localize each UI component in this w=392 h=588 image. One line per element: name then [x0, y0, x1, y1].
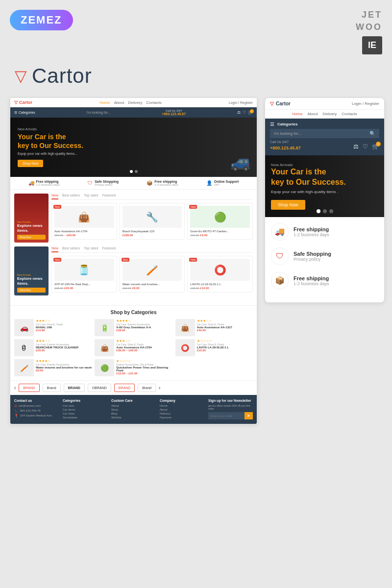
brand-icon: ▽ [15, 67, 27, 85]
brands-prev-arrow[interactable]: ‹ [14, 385, 16, 391]
heart-icon[interactable]: ♡ [243, 110, 246, 115]
tab-featured[interactable]: Featured [102, 194, 116, 199]
footer-cat-3[interactable]: Car Heat [63, 412, 107, 415]
mockup-search[interactable]: I'm looking for... [87, 111, 111, 114]
footer-cc-2[interactable]: Shop [111, 408, 156, 411]
footer-company-1[interactable]: Home [160, 404, 204, 407]
cat-item-6[interactable]: ⭕ ★☆☆☆☆ Car Care, Drive E, Fluids LAVITA… [175, 339, 253, 356]
brand-4[interactable]: OBRAND [88, 384, 111, 392]
cat-item-1[interactable]: 🚗 ★★★☆☆ Car Care, Drive E, Fluids RANAL … [14, 319, 92, 336]
nav-about[interactable]: About [114, 100, 124, 105]
tab-top-rated[interactable]: Top rated [84, 194, 98, 199]
footer-cat-2[interactable]: Car items [63, 408, 107, 411]
tab-best-sellers[interactable]: Best sellers [62, 194, 80, 199]
mobile-nav-contacts[interactable]: Contacts [342, 112, 357, 116]
mobile-cart-icon[interactable]: 🛒2 [372, 143, 379, 150]
scale-icon[interactable]: ⚖ [237, 110, 241, 115]
mockup-login[interactable]: Login / Register [229, 101, 253, 104]
product-card-6: New ⭕ LAVITA LA 26-SL02-1 L £16.00 £10.0… [187, 256, 253, 293]
cat-item-8[interactable]: 🟢 ★☆☆☆☆ Exterior Accessories, Oils & Flu… [95, 359, 172, 376]
mobile-scale-icon[interactable]: ⚖ [353, 143, 359, 150]
brand-5[interactable]: BRAND [114, 384, 135, 392]
mobile-feature-sub-1: 1-2 business days [294, 232, 329, 237]
tab-top-rated-2[interactable]: Top rated [84, 246, 98, 252]
hero-shop-now-button[interactable]: Shop Now [18, 160, 43, 167]
footer-company-3[interactable]: Delivery [160, 412, 204, 415]
footer-cc-4[interactable]: Wishlist [111, 416, 156, 419]
newsletter-submit-button[interactable]: ➤ [245, 412, 253, 419]
mobile-phone-number[interactable]: +800.123.45.67 [270, 144, 301, 152]
mobile-search-icon[interactable]: 🔍 [369, 131, 375, 136]
mobile-dot-1[interactable] [317, 209, 320, 213]
brand-1[interactable]: BRAND [19, 384, 40, 392]
cart-icon[interactable]: 🛒1 [248, 110, 253, 115]
cat-item-4[interactable]: 🛢 ★★★☆☆ Car Care, Exterior Accessories R… [14, 339, 92, 356]
mobile-mockup: ▽ Cartor Login / Register Home About Del… [265, 98, 385, 303]
footer-cc-1[interactable]: About [111, 404, 156, 407]
product-name-1[interactable]: Auto Assistance AA-1704 [54, 230, 114, 233]
brand-2[interactable]: Brand [43, 384, 61, 392]
product-grid-1: New 👜 Auto Assistance AA-1704 £50.00 – £… [51, 203, 253, 240]
tab-new[interactable]: New [51, 194, 58, 199]
product-name-4[interactable]: ATP AT-205 Re-Seal Stop... [54, 283, 114, 286]
categories-grid: 🚗 ★★★☆☆ Car Care, Drive E, Fluids RANAL … [14, 319, 253, 376]
mobile-feature-title-1: Free shipping [294, 226, 329, 232]
footer-company-2[interactable]: About [160, 408, 204, 411]
mobile-nav-about[interactable]: About [307, 112, 318, 116]
product-name-6[interactable]: LAVITA LA 26-SL02-1 L [190, 283, 250, 286]
product-name-5[interactable]: Water mounts and brushes... [122, 283, 182, 286]
mobile-search-box[interactable]: I'm looking for... 🔍 [270, 129, 379, 138]
mobile-dot-2[interactable] [323, 209, 327, 213]
mobile-feature-text-2: Safe Shopping Privacy policy [294, 251, 331, 262]
new-badge-5: New [122, 258, 129, 262]
footer-cat-1[interactable]: Car care [63, 404, 107, 407]
cat-item-3[interactable]: 👜 ★★★☆☆ Car Care, Drive E, Fluids Auto A… [175, 319, 253, 336]
brand-6[interactable]: Brand [138, 384, 156, 392]
footer-cc-3[interactable]: Blog [111, 412, 156, 415]
mockup-logo-text: Cartor [19, 100, 32, 105]
product-price-2: £198.00 [122, 234, 182, 237]
cat-item-2[interactable]: 🔋 ★★★★☆ Car Care, Exterior Accessories X… [95, 319, 172, 336]
footer-company-4[interactable]: Payment [160, 416, 204, 419]
cat-item-7[interactable]: 🪥 ★★★★☆ Car Care, Exterior Accessories W… [14, 359, 92, 376]
cat-info-8: ★☆☆☆☆ Exterior Accessories, Oils & Fluid… [116, 359, 172, 375]
brand-logo-section: ▽ Cartor [10, 64, 382, 88]
mobile-heart-icon[interactable]: ♡ [363, 143, 368, 150]
footer-cat-4[interactable]: Sunshades [63, 416, 107, 419]
nav-delivery[interactable]: Delivery [128, 100, 142, 105]
new-arrivals-shop-button[interactable]: Shop Now [17, 235, 46, 240]
new-arrivals-title-2: Explore news items. [17, 276, 46, 286]
mobile-hero-shop-button[interactable]: Shop Now [271, 200, 305, 210]
new-arrivals-shop-button-2[interactable]: Shop Now [17, 288, 46, 293]
product-name-2[interactable]: Bosch EasyAquatak 120 [122, 230, 182, 233]
cat-item-5[interactable]: 👜 ★★★☆☆ Car Care, Drive E, Fluids Auto A… [95, 339, 172, 356]
tab-new-2[interactable]: New [51, 246, 58, 252]
hero-dot-1[interactable] [130, 170, 133, 173]
product-name-3[interactable]: Grom-Ex MOTO 4T Garden... [190, 230, 250, 233]
feature-text-2: Safe Shopping Privacy policy [95, 180, 119, 186]
mobile-hero: Now Arrivals Your Car is the key to Our … [265, 155, 384, 217]
categories-button[interactable]: ☰ Categories [14, 111, 35, 115]
mobile-nav-delivery[interactable]: Delivery [322, 112, 337, 116]
cat-info-4: ★★★☆☆ Car Care, Exterior Accessories REI… [36, 339, 78, 352]
mobile-dot-3[interactable] [329, 209, 333, 213]
brands-next-arrow[interactable]: › [159, 385, 160, 391]
tab-best-sellers-2[interactable]: Best sellers [62, 246, 80, 252]
cat-info-6: ★☆☆☆☆ Car Care, Drive E, Fluids LAVITA L… [197, 339, 229, 352]
newsletter-email-input[interactable] [208, 412, 245, 419]
mobile-nav-home[interactable]: Home [292, 112, 302, 116]
nav-home[interactable]: Home [99, 100, 110, 105]
cat-img-2: 🔋 [95, 319, 114, 336]
hero-dot-2[interactable] [135, 170, 138, 173]
mobile-hero-dots [317, 209, 333, 213]
footer-col-custom-care: Custom Care About Shop Blog Wishlist [111, 399, 156, 420]
phone-number[interactable]: +800.123.45.67 [162, 112, 186, 116]
right-panel: ▽ Cartor Login / Register Home About Del… [265, 98, 385, 424]
nav-contacts[interactable]: Contacts [146, 100, 162, 105]
tab-featured-2[interactable]: Featured [102, 246, 116, 252]
truck-icon: 🚚 [28, 180, 34, 186]
zemez-logo[interactable]: ZEMEZ [10, 10, 73, 30]
mobile-hamburger-icon[interactable]: ☰ [270, 122, 274, 127]
mobile-login-link[interactable]: Login / Register [352, 101, 379, 106]
brand-3[interactable]: BRAND [64, 384, 85, 392]
